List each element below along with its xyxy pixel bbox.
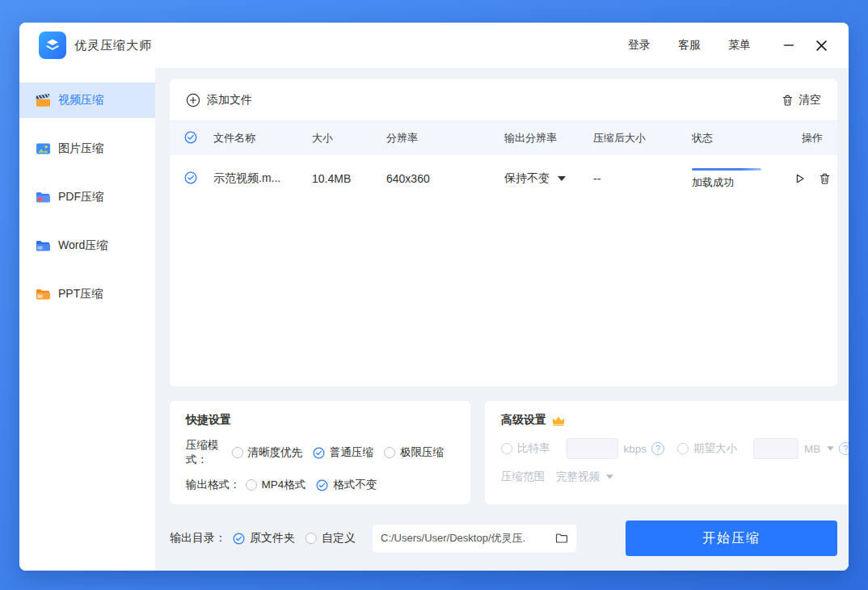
compress-range-label: 压缩范围 (501, 470, 545, 484)
bitrate-unit: kbps (624, 443, 647, 455)
mode-option-normal[interactable]: 普通压缩 (313, 445, 373, 460)
original-folder-label: 原文件夹 (250, 531, 295, 546)
advanced-settings-panel: 高级设置 比特率 kbps ? (485, 401, 849, 504)
app-logo (39, 32, 66, 59)
quick-settings-title: 快捷设置 (186, 413, 454, 428)
table-row: 示范视频.m... 10.4MB 640x360 保持不变 -- 加载成功 (170, 155, 837, 202)
delete-row-button[interactable] (819, 172, 831, 185)
file-list-panel: 添加文件 清空 (170, 79, 837, 386)
compressed-size: -- (593, 172, 692, 185)
compress-range-value: 完整视频 (556, 470, 600, 484)
vip-crown-icon (552, 415, 565, 426)
operations-cell (794, 172, 831, 185)
sidebar-item-label: PDF压缩 (58, 190, 103, 204)
output-path-input[interactable] (381, 533, 555, 545)
sidebar-item-video-compress[interactable]: 视频压缩 (19, 82, 155, 118)
quick-settings-panel: 快捷设置 压缩模式： 清晰度优先 普通压缩 (170, 401, 470, 504)
pdf-folder-icon (36, 191, 51, 204)
bitrate-input[interactable] (567, 438, 618, 459)
mode-option-label: 清晰度优先 (248, 445, 303, 460)
word-folder-icon (36, 239, 51, 252)
mode-option-extreme[interactable]: 极限压缩 (384, 445, 444, 460)
sidebar-item-label: 视频压缩 (58, 93, 103, 107)
output-format-label: 输出格式： (186, 478, 241, 492)
bitrate-radio[interactable]: 比特率 (501, 441, 550, 456)
output-resolution-value: 保持不变 (504, 171, 550, 186)
sidebar-item-pdf-compress[interactable]: PDF压缩 (19, 179, 155, 215)
output-resolution-dropdown[interactable]: 保持不变 (504, 171, 593, 186)
support-link[interactable]: 客服 (678, 38, 701, 53)
column-header-size: 大小 (312, 131, 386, 145)
row-checkbox[interactable] (184, 171, 213, 187)
sidebar: 视频压缩 图片压缩 (19, 68, 155, 571)
clear-list-button[interactable]: 清空 (782, 93, 821, 107)
output-dir-label: 输出目录： (170, 531, 226, 546)
radio-checked-icon (313, 447, 325, 459)
menu-link[interactable]: 菜单 (728, 38, 751, 53)
output-original-folder-option[interactable]: 原文件夹 (233, 531, 295, 546)
column-header-name: 文件名称 (213, 131, 312, 145)
add-file-label: 添加文件 (207, 93, 252, 107)
mode-option-clarity[interactable]: 清晰度优先 (232, 445, 303, 460)
radio-checked-icon (233, 533, 245, 545)
format-option-label: 格式不变 (333, 478, 377, 492)
radio-unchecked-icon (677, 443, 689, 454)
sidebar-item-label: Word压缩 (58, 238, 107, 253)
compress-range-dropdown[interactable]: 完整视频 (556, 470, 613, 484)
login-link[interactable]: 登录 (628, 38, 651, 53)
app-window: 优灵压缩大师 登录 客服 菜单 (19, 23, 849, 571)
radio-unchecked-icon (305, 533, 317, 544)
custom-label: 自定义 (322, 531, 356, 546)
sidebar-item-label: PPT压缩 (58, 287, 103, 301)
format-option-keep[interactable]: 格式不变 (316, 478, 377, 492)
image-icon (36, 142, 51, 155)
radio-unchecked-icon (232, 447, 243, 458)
target-size-input[interactable] (753, 438, 798, 459)
trash-icon (782, 94, 794, 107)
bitrate-help-icon[interactable]: ? (651, 442, 664, 455)
format-option-mp4[interactable]: MP4格式 (246, 478, 306, 492)
main-area: 添加文件 清空 (155, 68, 849, 571)
target-size-radio[interactable]: 期望大小 (677, 441, 737, 456)
mode-option-label: 普通压缩 (330, 445, 373, 460)
column-header-operation: 操作 (794, 131, 823, 145)
column-header-output-resolution: 输出分辨率 (504, 131, 593, 145)
radio-unchecked-icon (246, 479, 257, 491)
target-size-help-icon[interactable]: ? (839, 442, 849, 455)
play-preview-button[interactable] (794, 172, 806, 185)
add-file-button[interactable]: 添加文件 (186, 93, 252, 107)
title-bar: 优灵压缩大师 登录 客服 菜单 (19, 23, 849, 68)
clapperboard-icon (36, 94, 51, 107)
file-size: 10.4MB (312, 172, 386, 185)
column-header-resolution: 分辨率 (386, 131, 504, 145)
output-path-box (373, 525, 576, 552)
bitrate-label: 比特率 (517, 441, 550, 456)
target-size-label: 期望大小 (693, 441, 737, 456)
browse-folder-icon[interactable] (555, 533, 568, 544)
close-button[interactable] (815, 40, 828, 52)
advanced-settings-title: 高级设置 (501, 413, 546, 428)
sidebar-item-word-compress[interactable]: Word压缩 (19, 228, 155, 263)
plus-circle-icon (186, 93, 200, 107)
sidebar-item-image-compress[interactable]: 图片压缩 (19, 131, 155, 166)
radio-unchecked-icon (384, 447, 395, 458)
chevron-down-icon (827, 446, 834, 451)
start-compress-button[interactable]: 开始压缩 (626, 520, 837, 556)
close-icon (815, 40, 828, 52)
minimize-button[interactable] (783, 40, 794, 51)
output-custom-option[interactable]: 自定义 (305, 531, 356, 546)
mode-option-label: 极限压缩 (400, 445, 444, 460)
column-header-compressed-size: 压缩后大小 (593, 131, 692, 145)
select-all-checkbox[interactable] (184, 131, 213, 146)
format-option-label: MP4格式 (262, 478, 306, 492)
radio-unchecked-icon (501, 443, 512, 454)
sidebar-item-label: 图片压缩 (58, 141, 103, 156)
output-bar: 输出目录： 原文件夹 自定义 (170, 520, 837, 556)
chevron-down-icon (558, 176, 566, 181)
size-unit-dropdown[interactable]: MB (804, 443, 834, 455)
radio-checked-icon (316, 479, 328, 491)
status-text: 加载成功 (692, 175, 761, 190)
sidebar-item-ppt-compress[interactable]: PPT压缩 (19, 276, 155, 312)
table-header: 文件名称 大小 分辨率 输出分辨率 压缩后大小 状态 操作 (170, 121, 837, 155)
trash-icon (819, 172, 831, 185)
